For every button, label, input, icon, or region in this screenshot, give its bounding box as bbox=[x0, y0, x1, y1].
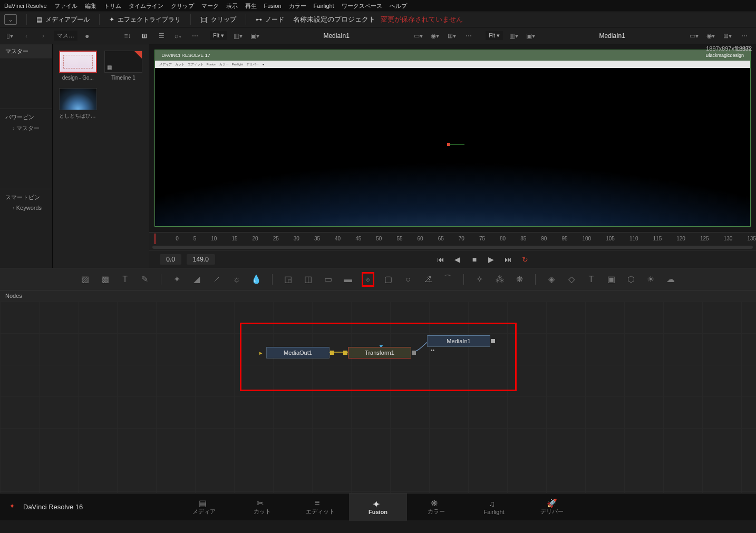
media-pool-button[interactable]: ▤ メディアプール bbox=[36, 15, 90, 24]
nodes-canvas[interactable]: ▼ ▸ MediaOut1 Transform1 •• MediaIn1 bbox=[0, 302, 756, 493]
menu-app[interactable]: DaVinci Resolve bbox=[4, 3, 47, 9]
shape3d-tool-icon[interactable]: ◈ bbox=[545, 272, 558, 287]
node-mediain1[interactable]: •• MediaIn1 bbox=[427, 335, 490, 347]
camera3d-tool-icon[interactable]: ▣ bbox=[605, 272, 617, 287]
clips-button[interactable]: ]□[ クリップ bbox=[200, 15, 236, 24]
effects-button[interactable]: ✦ エフェクトライブラリ bbox=[109, 15, 181, 24]
page-edit[interactable]: ≡エディット bbox=[291, 493, 349, 521]
transform-tool-icon[interactable]: ⟐ bbox=[362, 272, 375, 287]
menu-clip[interactable]: クリップ bbox=[171, 2, 194, 10]
viewer1-split-icon[interactable]: ▥▾ bbox=[231, 31, 244, 41]
media-grid[interactable]: design - Go... ▦ Timeline 1 としとちはひを ... bbox=[53, 44, 149, 268]
grid-view-icon[interactable]: ⊞ bbox=[138, 31, 151, 41]
last-frame-button[interactable]: ⏭ bbox=[502, 254, 514, 265]
merge-tool-icon[interactable]: ◲ bbox=[282, 272, 295, 287]
spotlight-tool-icon[interactable]: ☀ bbox=[645, 272, 657, 287]
crop-tool-icon[interactable]: ▢ bbox=[382, 272, 394, 287]
viewer1-grid-icon[interactable]: ⊞▾ bbox=[445, 31, 458, 41]
smart-bin-keywords[interactable]: Keywords bbox=[5, 201, 47, 214]
node-transform1[interactable]: Transform1 bbox=[348, 347, 411, 358]
text-tool-icon[interactable]: T bbox=[119, 272, 131, 287]
menu-edit[interactable]: 編集 bbox=[85, 2, 96, 10]
viewer2-ball-icon[interactable]: ◉▾ bbox=[704, 31, 717, 41]
viewer2-more-icon[interactable]: ⋯ bbox=[738, 31, 751, 41]
menu-bar[interactable]: DaVinci Resolve ファイル 編集 トリム タイムライン クリップ … bbox=[0, 0, 756, 12]
viewer1-rect-icon[interactable]: ▭▾ bbox=[412, 31, 424, 41]
media-clip-design[interactable]: design - Go... bbox=[59, 51, 97, 81]
bspline-mask-icon[interactable]: ⌒ bbox=[442, 272, 454, 287]
imageplane-tool-icon[interactable]: ◇ bbox=[565, 272, 578, 287]
viewer1-more-icon[interactable]: ⋯ bbox=[462, 31, 475, 41]
stop-button[interactable]: ■ bbox=[469, 254, 480, 265]
ellipse-mask-icon[interactable]: ○ bbox=[402, 272, 414, 287]
merge3d-tool-icon[interactable]: ⬡ bbox=[625, 272, 637, 287]
page-fusion[interactable]: ✦Fusion bbox=[349, 493, 407, 521]
play-button[interactable]: ▶ bbox=[486, 254, 497, 265]
page-cut[interactable]: ✂カット bbox=[233, 493, 291, 521]
search-icon[interactable]: ⌕▾ bbox=[172, 31, 185, 41]
paint-tool-icon[interactable]: ✎ bbox=[139, 272, 151, 287]
dropdown-button[interactable]: ⌄ bbox=[4, 14, 17, 25]
menu-help[interactable]: ヘルプ bbox=[390, 2, 407, 10]
resize-tool-icon[interactable]: ▭ bbox=[322, 272, 334, 287]
viewer-left[interactable]: 1897x897xfloat32 DAVINCI RESOLVE 17Black… bbox=[149, 44, 756, 268]
channelbool-tool-icon[interactable]: ⟋ bbox=[210, 272, 223, 287]
menu-mark[interactable]: マーク bbox=[201, 2, 219, 10]
pemitter-tool-icon[interactable]: ⁂ bbox=[493, 272, 506, 287]
menu-view[interactable]: 表示 bbox=[226, 2, 238, 10]
nav-fwd-icon[interactable]: › bbox=[37, 31, 50, 41]
bin-dropdown[interactable]: マス… bbox=[54, 31, 77, 41]
renderer3d-tool-icon[interactable]: ☁ bbox=[664, 272, 677, 287]
viewer2-rect-icon[interactable]: ▭▾ bbox=[687, 31, 700, 41]
media-pool-icon: ▤ bbox=[36, 16, 42, 23]
first-frame-button[interactable]: ⏮ bbox=[435, 254, 447, 265]
ruler-scrollbar[interactable] bbox=[149, 245, 756, 250]
viewer1-opts-icon[interactable]: ▣▾ bbox=[248, 31, 261, 41]
media-clip-earth[interactable]: としとちはひを ... bbox=[59, 88, 97, 120]
node-mediaout1[interactable]: ▸ MediaOut1 bbox=[266, 347, 329, 358]
time-ruler[interactable]: 0510152025303540455055606570758085909510… bbox=[149, 232, 756, 245]
page-deliver[interactable]: 🚀デリバー bbox=[523, 493, 581, 521]
menu-color[interactable]: カラー bbox=[289, 2, 306, 10]
viewer1-ball-icon[interactable]: ◉▾ bbox=[429, 31, 441, 41]
viewer1-fit-dropdown[interactable]: Fit ▾ bbox=[210, 31, 227, 40]
menu-playback[interactable]: 再生 bbox=[245, 2, 257, 10]
mattecontrol-tool-icon[interactable]: ◫ bbox=[302, 272, 315, 287]
menu-trim[interactable]: トリム bbox=[104, 2, 121, 10]
menu-fusion[interactable]: Fusion bbox=[264, 3, 282, 9]
viewer2-opts-icon[interactable]: ▣▾ bbox=[524, 31, 537, 41]
page-fairlight[interactable]: ♫Fairlight bbox=[465, 493, 523, 521]
nav-back-icon[interactable]: ‹ bbox=[20, 31, 33, 41]
background-tool-icon[interactable]: ▨ bbox=[79, 272, 92, 287]
particles-tool-icon[interactable]: ✧ bbox=[473, 272, 486, 287]
viewer2-grid-icon[interactable]: ⊞▾ bbox=[721, 31, 734, 41]
power-bin-master[interactable]: マスター bbox=[5, 121, 47, 135]
menu-fairlight[interactable]: Fairlight bbox=[314, 3, 334, 9]
page-media[interactable]: ▤メディア bbox=[175, 493, 233, 521]
tracker-tool-icon[interactable]: ✦ bbox=[171, 272, 183, 287]
menu-workspace[interactable]: ワークスペース bbox=[342, 2, 382, 10]
fastnoise-tool-icon[interactable]: ▩ bbox=[99, 272, 112, 287]
polygon-mask-icon[interactable]: ⦨ bbox=[422, 272, 434, 287]
blur-tool-icon[interactable]: 💧 bbox=[250, 272, 263, 287]
brightness-tool-icon[interactable]: ◢ bbox=[190, 272, 203, 287]
list-view-icon[interactable]: ☰ bbox=[155, 31, 168, 41]
text3d-tool-icon[interactable]: T bbox=[585, 272, 597, 287]
play-reverse-button[interactable]: ◀ bbox=[452, 254, 463, 265]
letterbox-tool-icon[interactable]: ▬ bbox=[342, 272, 354, 287]
viewer2-split-icon[interactable]: ▥▾ bbox=[507, 31, 520, 41]
menu-timeline[interactable]: タイムライン bbox=[129, 2, 163, 10]
sort-icon[interactable]: ≡↓ bbox=[121, 31, 134, 41]
page-color[interactable]: ❋カラー bbox=[407, 493, 465, 521]
colorcorrect-tool-icon[interactable]: ☼ bbox=[230, 272, 243, 287]
more-icon[interactable]: ⋯ bbox=[189, 31, 201, 41]
media-clip-timeline[interactable]: ▦ Timeline 1 bbox=[104, 51, 142, 81]
edit-page-icon: ≡ bbox=[315, 498, 325, 507]
layout-icon[interactable]: ▯▾ bbox=[3, 31, 16, 41]
loop-button[interactable]: ↻ bbox=[519, 254, 531, 265]
prender-tool-icon[interactable]: ❋ bbox=[513, 272, 526, 287]
nodes-button[interactable]: ⊶ ノード bbox=[256, 15, 284, 24]
master-bin-tab[interactable]: マスター bbox=[0, 44, 52, 59]
viewer2-fit-dropdown[interactable]: Fit ▾ bbox=[486, 31, 503, 40]
menu-file[interactable]: ファイル bbox=[54, 2, 77, 10]
